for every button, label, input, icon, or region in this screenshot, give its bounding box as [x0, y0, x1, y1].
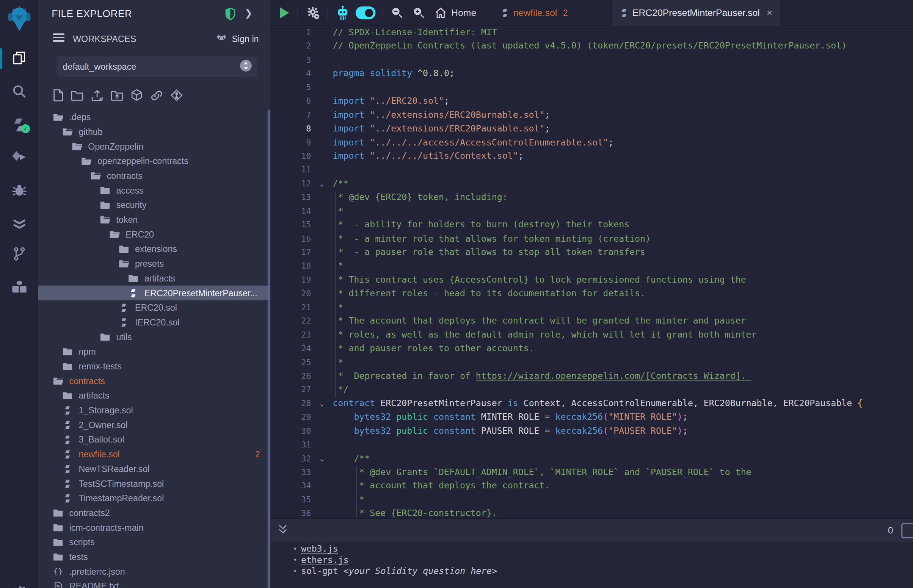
chevron-right-icon[interactable]: ❯ [244, 8, 253, 19]
tree-item[interactable]: README.txt [38, 578, 271, 588]
file-explorer-icon[interactable] [0, 50, 38, 66]
tree-item[interactable]: security [38, 198, 271, 213]
code-line[interactable]: 13 * @dev {ERC20} token, including: [270, 191, 913, 204]
explorer-scrollbar[interactable] [268, 110, 271, 588]
code-line[interactable]: 26 * _Deprecated in favor of https://wiz… [270, 369, 913, 383]
remix-logo[interactable] [0, 5, 38, 31]
tree-item[interactable]: NewTSReader.sol [38, 462, 271, 476]
git-diamond-icon[interactable] [171, 89, 182, 101]
tree-item[interactable]: IERC20.sol [38, 315, 271, 330]
code-line[interactable]: 16 * - a minter role that allows for tok… [270, 232, 913, 246]
hamburger-menu-icon[interactable] [53, 33, 65, 45]
tree-item[interactable]: presets [38, 256, 271, 271]
tree-item[interactable]: extensions [38, 242, 271, 257]
solidity-compiler-icon[interactable] [0, 118, 38, 132]
plugin-manager-icon[interactable] [0, 279, 38, 295]
sign-in-button[interactable]: Sign in [215, 33, 259, 44]
code-line[interactable]: 10import "../../../utils/Context.sol"; [270, 150, 913, 163]
tree-item[interactable]: contracts [38, 373, 271, 388]
tree-item[interactable]: TimestampReader.sol [38, 491, 271, 506]
tree-item[interactable]: .deps [38, 110, 271, 124]
tree-item[interactable]: remix-tests [38, 359, 271, 373]
copilot-toggle[interactable] [356, 6, 376, 19]
zoom-out-icon[interactable] [390, 6, 404, 19]
code-line[interactable]: 25 * [270, 356, 913, 369]
tree-item[interactable]: tests [38, 549, 271, 564]
tree-item[interactable]: token [38, 212, 271, 227]
tree-item[interactable]: 1_Storage.sol [38, 403, 271, 417]
code-line[interactable]: 27 */ [270, 383, 913, 397]
code-line[interactable]: 2// OpenZeppelin Contracts (last updated… [270, 39, 913, 53]
tree-item[interactable]: artifacts [38, 271, 271, 286]
ai-robot-icon[interactable] [335, 5, 350, 20]
tree-item[interactable]: OpenZeppelin [38, 139, 271, 154]
terminal-line[interactable]: •ethers.js [289, 555, 913, 566]
code-line[interactable]: 11 [270, 163, 913, 177]
code-line[interactable]: 28⌄contract ERC20PresetMinterPauser is C… [270, 397, 913, 410]
settings-icon[interactable] [0, 579, 38, 588]
tree-item[interactable]: github [38, 124, 271, 139]
terminal-line[interactable]: •web3.js [289, 544, 913, 555]
tree-item[interactable]: npm [38, 344, 271, 359]
tree-item[interactable]: TestSCTimestamp.sol [38, 476, 271, 491]
tree-item[interactable]: access [38, 183, 271, 198]
code-line[interactable]: 5 [270, 81, 913, 94]
tree-item[interactable]: 2_Owner.sol [38, 417, 271, 432]
search-icon[interactable] [0, 84, 38, 99]
terminal-output[interactable]: •web3.js•ethers.js•sol-gpt <your Solidit… [270, 542, 913, 588]
code-line[interactable]: 18 * [270, 260, 913, 273]
home-button[interactable]: Home [435, 7, 476, 19]
code-line[interactable]: 30 bytes32 public constant PAUSER_ROLE =… [270, 424, 913, 438]
tab-erc20presetminterpauser[interactable]: ERC20PresetMinterPauser.sol × [611, 0, 781, 25]
code-line[interactable]: 29 bytes32 public constant MINTER_ROLE =… [270, 411, 913, 424]
upload-folder-icon[interactable] [111, 90, 123, 101]
code-line[interactable]: 15 * - ability for holders to burn (dest… [270, 218, 913, 232]
tree-item[interactable]: contracts [38, 168, 271, 183]
code-line[interactable]: 21 * [270, 301, 913, 315]
code-line[interactable]: 12⌄/** [270, 177, 913, 191]
code-line[interactable]: 31 [270, 438, 913, 452]
code-line[interactable]: 6import "../ERC20.sol"; [270, 94, 913, 108]
ipfs-cube-icon[interactable] [131, 89, 142, 101]
tree-item[interactable]: utils [38, 330, 271, 344]
code-line[interactable]: 7import "../extensions/ERC20Burnable.sol… [270, 108, 913, 122]
debugger-icon[interactable] [0, 183, 38, 198]
tree-item[interactable]: ERC20PresetMinterPauser... [38, 286, 271, 300]
code-line[interactable]: 34 * account that deploys the contract. [270, 479, 913, 493]
code-editor[interactable]: 1// SPDX-License-Identifier: MIT2// Open… [270, 26, 913, 518]
run-script-button[interactable] [279, 6, 290, 19]
code-line[interactable]: 23 * roles, as well as the default admin… [270, 328, 913, 342]
tree-item[interactable]: contracts2 [38, 506, 271, 520]
tree-item[interactable]: 3_Ballot.sol [38, 432, 271, 447]
code-line[interactable]: 9import "../../../access/AccessControlEn… [270, 136, 913, 149]
code-line[interactable]: 33 * @dev Grants `DEFAULT_ADMIN_ROLE`, `… [270, 465, 913, 479]
static-analysis-icon[interactable] [0, 217, 38, 231]
new-folder-icon[interactable] [71, 90, 83, 101]
code-line[interactable]: 22 * The account that deploys the contra… [270, 315, 913, 328]
tree-item[interactable]: artifacts [38, 388, 271, 403]
terminal-search-box[interactable] [901, 523, 913, 538]
code-line[interactable]: 3 [270, 53, 913, 67]
tree-item[interactable]: ERC20 [38, 227, 271, 242]
code-line[interactable]: 35 * [270, 493, 913, 507]
code-line[interactable]: 32⌄ /** [270, 452, 913, 465]
tree-item[interactable]: newfile.sol2 [38, 447, 271, 462]
terminal-link[interactable]: web3.js [301, 544, 338, 555]
tree-item[interactable]: openzeppelin-contracts [38, 153, 271, 168]
code-line[interactable]: 36 * See {ERC20-constructor}. [270, 507, 913, 518]
fold-chevron-icon[interactable]: ⌄ [311, 452, 332, 465]
code-line[interactable]: 14 * [270, 205, 913, 218]
tree-item[interactable]: ERC20.sol [38, 300, 271, 315]
deploy-run-icon[interactable] [0, 150, 38, 165]
upload-file-icon[interactable] [91, 89, 103, 101]
fold-chevron-icon[interactable]: ⌄ [311, 397, 332, 410]
expand-terminal-icon[interactable] [278, 524, 288, 536]
tab-newfile[interactable]: newfile.sol 2 [497, 0, 571, 25]
tree-item[interactable]: {}.prettierrc.json [38, 564, 271, 579]
workspace-select[interactable]: default_workspace [57, 57, 257, 77]
code-line[interactable]: 19 * This contract uses {AccessControl} … [270, 273, 913, 287]
code-line[interactable]: 8import "../extensions/ERC20Pausable.sol… [270, 122, 913, 136]
terminal-link[interactable]: ethers.js [301, 555, 349, 566]
git-icon[interactable] [0, 246, 38, 262]
new-file-icon[interactable] [53, 89, 63, 101]
